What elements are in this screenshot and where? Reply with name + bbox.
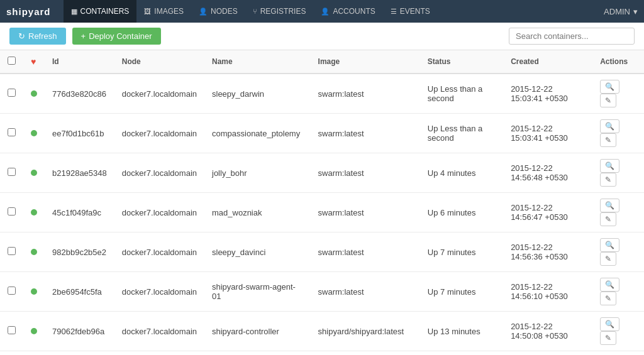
- admin-label: ADMIN: [604, 7, 630, 16]
- edit-button[interactable]: ✎: [600, 331, 616, 345]
- view-button[interactable]: 🔍: [600, 317, 619, 331]
- row-checkbox[interactable]: [0, 153, 23, 193]
- row-id: b21928ae5348: [45, 153, 114, 193]
- containers-table: ♥ Id Node Name Image Status Created Acti…: [0, 50, 644, 355]
- toolbar: ↻ Refresh + Deploy Container: [0, 23, 644, 50]
- view-button[interactable]: 🔍: [600, 238, 619, 252]
- view-button[interactable]: 🔍: [600, 159, 619, 173]
- row-created: 2015-12-22 14:56:48 +0530: [503, 153, 592, 193]
- view-button[interactable]: 🔍: [600, 199, 619, 212]
- row-node: docker7.localdomain: [114, 272, 204, 312]
- edit-button[interactable]: ✎: [600, 212, 616, 226]
- admin-arrow: ▾: [633, 7, 638, 16]
- nav-item-nodes[interactable]: 👤NODES: [191, 0, 245, 23]
- refresh-icon: ↻: [18, 31, 25, 41]
- header-status: Status: [420, 50, 503, 74]
- edit-button[interactable]: ✎: [600, 94, 616, 107]
- search-input[interactable]: [509, 28, 635, 45]
- row-id: 39c32669b0aa: [45, 351, 114, 356]
- brand: shipyard: [6, 6, 51, 17]
- status-indicator: [31, 249, 37, 255]
- row-heart: [23, 114, 45, 153]
- row-actions: 🔍 ✎: [592, 193, 644, 232]
- header-id: Id: [45, 50, 114, 74]
- header-heart: ♥: [23, 50, 45, 74]
- row-checkbox[interactable]: [0, 351, 23, 356]
- row-node: docker7.localdomain: [114, 74, 204, 114]
- row-status: Up Less than a second: [420, 114, 503, 153]
- row-checkbox[interactable]: [0, 312, 23, 351]
- view-button[interactable]: 🔍: [600, 119, 619, 133]
- admin-menu[interactable]: ADMIN ▾: [604, 7, 638, 16]
- table-row: 982bb9c2b5e2 docker7.localdomain sleepy_…: [0, 232, 644, 272]
- row-heart: [23, 272, 45, 312]
- row-image: swarm:latest: [311, 272, 420, 312]
- row-id: 45c1f049fa9c: [45, 193, 114, 232]
- row-heart: [23, 232, 45, 272]
- row-status: Up 7 minutes: [420, 272, 503, 312]
- row-name: shipyard-swarm-agent: [204, 351, 311, 356]
- row-image: swarm:latest: [311, 114, 420, 153]
- row-status: Up 6 minutes: [420, 193, 503, 232]
- row-node: docker7.localdomain: [114, 114, 204, 153]
- row-checkbox[interactable]: [0, 114, 23, 153]
- row-checkbox[interactable]: [0, 272, 23, 312]
- row-checkbox[interactable]: [0, 193, 23, 232]
- table-row: b21928ae5348 docker7.localdomain jolly_b…: [0, 153, 644, 193]
- row-created: 2015-12-22 14:50:08 +0530: [503, 312, 592, 351]
- nav-item-events[interactable]: ☰EVENTS: [383, 0, 438, 23]
- containers-table-container: ♥ Id Node Name Image Status Created Acti…: [0, 50, 644, 355]
- header-actions: Actions: [592, 50, 644, 74]
- nav-icon: ⑂: [253, 8, 257, 15]
- view-button[interactable]: 🔍: [600, 80, 619, 94]
- row-name: sleepy_darwin: [204, 74, 311, 114]
- row-actions: 🔍 ✎: [592, 312, 644, 351]
- nav-item-images[interactable]: 🖼IMAGES: [136, 0, 191, 23]
- row-image: swarm:latest: [311, 193, 420, 232]
- row-node: docker7.localdomain: [114, 232, 204, 272]
- row-heart: [23, 312, 45, 351]
- nav-item-registries[interactable]: ⑂REGISTRIES: [245, 0, 314, 23]
- row-node: docker7.localdomain: [114, 351, 204, 356]
- edit-button[interactable]: ✎: [600, 292, 616, 305]
- row-actions: 🔍 ✎: [592, 74, 644, 114]
- status-indicator: [31, 209, 37, 216]
- header-image: Image: [311, 50, 420, 74]
- heart-icon: ♥: [31, 57, 36, 67]
- nav-icon: 🖼: [144, 8, 151, 15]
- row-heart: [23, 153, 45, 193]
- row-actions: 🔍 ✎: [592, 272, 644, 312]
- row-created: 2015-12-22 14:56:36 +0530: [503, 232, 592, 272]
- nav-icon: ☰: [391, 8, 397, 16]
- row-id: 982bb9c2b5e2: [45, 232, 114, 272]
- row-heart: [23, 351, 45, 356]
- header-name: Name: [204, 50, 311, 74]
- row-actions: 🔍 ✎: [592, 114, 644, 153]
- row-checkbox[interactable]: [0, 232, 23, 272]
- nav-item-accounts[interactable]: 👤ACCOUNTS: [313, 0, 382, 23]
- nav-item-containers[interactable]: ▦CONTAINERS: [64, 0, 137, 23]
- edit-button[interactable]: ✎: [600, 252, 616, 266]
- row-name: mad_wozniak: [204, 193, 311, 232]
- row-created: 2015-12-22 14:49:54 +0530: [503, 351, 592, 356]
- edit-button[interactable]: ✎: [600, 173, 616, 187]
- row-actions: 🔍 ✎: [592, 351, 644, 356]
- status-indicator: [31, 328, 37, 334]
- row-created: 2015-12-22 15:03:41 +0530: [503, 74, 592, 114]
- row-checkbox[interactable]: [0, 74, 23, 114]
- status-indicator: [31, 90, 37, 97]
- nav-icon: ▦: [71, 8, 77, 16]
- nav-items: ▦CONTAINERS🖼IMAGES👤NODES⑂REGISTRIES👤ACCO…: [64, 0, 604, 23]
- deploy-container-button[interactable]: + Deploy Container: [72, 28, 161, 45]
- header-checkbox[interactable]: [0, 50, 23, 74]
- row-status: Up 13 minutes: [420, 351, 503, 356]
- refresh-label: Refresh: [28, 31, 57, 41]
- row-created: 2015-12-22 14:56:47 +0530: [503, 193, 592, 232]
- row-image: shipyard/shipyard:latest: [311, 312, 420, 351]
- select-all-checkbox[interactable]: [8, 57, 16, 65]
- view-button[interactable]: 🔍: [600, 278, 619, 292]
- refresh-button[interactable]: ↻ Refresh: [9, 28, 66, 45]
- row-status: Up Less than a second: [420, 74, 503, 114]
- row-node: docker7.localdomain: [114, 312, 204, 351]
- edit-button[interactable]: ✎: [600, 133, 616, 147]
